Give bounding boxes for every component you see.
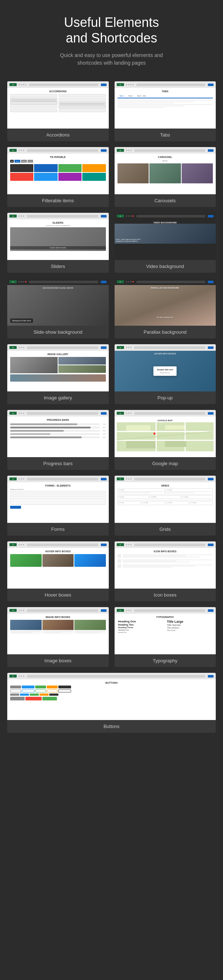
browser-chrome: G [7,278,109,285]
icon-line [123,565,213,565]
chrome-action-btn [101,478,107,480]
grid-line [150,498,180,499]
tab-1: Tab 1 [117,94,126,99]
gallery-row-2 [10,374,106,382]
chrome-dot [19,478,20,480]
popup-modal: Simple title text Simple title text [153,366,177,376]
parallax-subtitle: Parallax background [157,316,173,318]
card-video-background[interactable]: G VIDEO BACKGROUND MUTE / VIDEO BACKGROU… [115,213,216,273]
map-road-v1 [155,422,157,451]
image-box-grid [10,620,106,634]
carousel-preview-title: CAROUSEL [117,156,213,158]
acc-item [10,109,57,112]
card-popup[interactable]: G HOVER INFO BOXES Simple title text Sim… [115,344,216,404]
form-submit-btn [10,506,21,509]
card-label-tabs: Tabs [115,129,216,141]
chrome-dot [130,84,131,85]
chrome-dot [23,150,24,151]
filterable-content: FILTERABLE All Cat 1 Cat 2 Cat 3 [7,154,109,194]
acc-item [10,106,57,108]
card-icon-boxes[interactable]: G ICON INFO BOXES [115,541,216,601]
grid-label: 6 COLUMN [166,502,187,504]
filter-cell [59,173,82,181]
browser-chrome: G [7,607,109,614]
chrome-dot [23,675,24,677]
chrome-address-bar [134,347,206,349]
grid-cell-6col-4: 6 COLUMN [190,501,213,505]
card-label-sliders: Sliders [7,260,109,273]
grid-cell-6col-3: 6 COLUMN [165,501,188,505]
gallery-col-2 [59,357,106,373]
card-slideshow[interactable]: G BACKGROUND SLIDE SHOW Background slide… [7,278,109,339]
tabs-bar: Tab 1 Tab 2 Tab 3 - title [117,94,213,99]
card-typography[interactable]: G TYPOGRAPHY Heading One Heading Two Hea… [115,607,216,667]
preview-icon-boxes: G ICON INFO BOXES [115,541,216,589]
chrome-address-bar [27,675,205,678]
grid-cell-4col-3: 4 COLUMN [182,495,213,500]
card-tabs[interactable]: G TABS Tab 1 Tab 2 Tab 3 - title [115,81,216,141]
hover-item-3 [74,554,106,567]
filter-cell [34,173,57,181]
chrome-dot [132,84,134,85]
card-buttons[interactable]: G BUTTONS [7,673,216,733]
carousel-img-1 [117,163,149,183]
map-area [117,422,214,451]
chrome-dot [132,281,134,283]
chrome-address-bar [27,544,98,546]
grid-label: 2 COLUMN [166,490,212,491]
card-google-map[interactable]: G GOOGLE MAP [115,410,216,470]
card-sliders[interactable]: G SLIDERS SLIDER WITH CAPTION ANIMATION … [7,213,109,273]
card-hover-boxes[interactable]: G HOVER INFO BOXES Hover boxes [7,541,109,601]
browser-chrome: G [115,607,216,614]
chrome-address-bar [29,84,98,86]
tab-content-line [117,100,213,100]
chrome-dot [130,347,131,348]
carousel-sub: BASIC [117,160,213,162]
chrome-dot [21,347,22,348]
image-box-2 [43,620,74,634]
image-boxes-content: IMAGE INFO BOXES [7,614,109,654]
card-grids[interactable]: G GRIDS 2 COLUMN [115,476,216,536]
chrome-dot [130,478,131,480]
chrome-action-btn [208,412,214,415]
browser-chrome: G [115,410,216,417]
form-input-2 [10,495,106,497]
chrome-logo: G [117,412,124,415]
browser-chrome: G [7,541,109,548]
image-box-text-2 [43,630,74,634]
progress-pct: 75% [101,423,106,425]
typo-h4: Heading Four [118,629,163,631]
filter-cell [82,173,106,181]
chrome-dots [19,609,24,611]
progress-fill [10,426,91,428]
card-image-gallery[interactable]: G IMAGE GALLERY [7,344,109,404]
browser-chrome: G [115,81,216,88]
card-label-icon-boxes: Icon boxes [115,589,216,601]
chrome-dot [126,412,127,414]
elements-grid: G ACCORDIONS [0,74,223,744]
card-accordions[interactable]: G ACCORDIONS [7,81,109,141]
grid-label: 4 COLUMN [183,496,212,498]
card-filterable[interactable]: G FILTERABLE All Cat 1 Cat 2 Cat 3 [7,147,109,207]
grids-preview-title: GRIDS [117,484,213,487]
card-image-boxes[interactable]: G IMAGE INFO BOXES [7,607,109,667]
hover-item-1 [10,554,42,567]
card-progress-bars[interactable]: G PROGRESS BARS 75% [7,410,109,470]
map-block-3 [126,441,155,449]
card-parallax[interactable]: G PARALLAX BACKGROUND Parallax backgroun… [115,278,216,339]
map-preview-title: GOOGLE MAP [117,418,214,422]
acc-line [60,105,105,105]
typo-col-2: Title Large Title Normal Title Medium Ti… [166,620,213,633]
preview-buttons: G BUTTONS [7,673,216,720]
filter-grid [10,164,106,181]
btn-outline-green [35,689,46,692]
image-box-text-1 [10,630,42,634]
btn-sm-5 [49,694,59,696]
preview-parallax: G PARALLAX BACKGROUND Parallax backgroun… [115,278,216,326]
card-forms[interactable]: G FORMS - ELEMENTS Simple personal form … [7,476,109,536]
btn-orange [47,686,58,689]
icon-box-lines-2 [123,559,213,563]
progress-bg [10,430,100,432]
card-label-hover-boxes: Hover boxes [7,589,109,601]
card-carousel[interactable]: G CAROUSEL BASIC Carousels [115,147,216,207]
